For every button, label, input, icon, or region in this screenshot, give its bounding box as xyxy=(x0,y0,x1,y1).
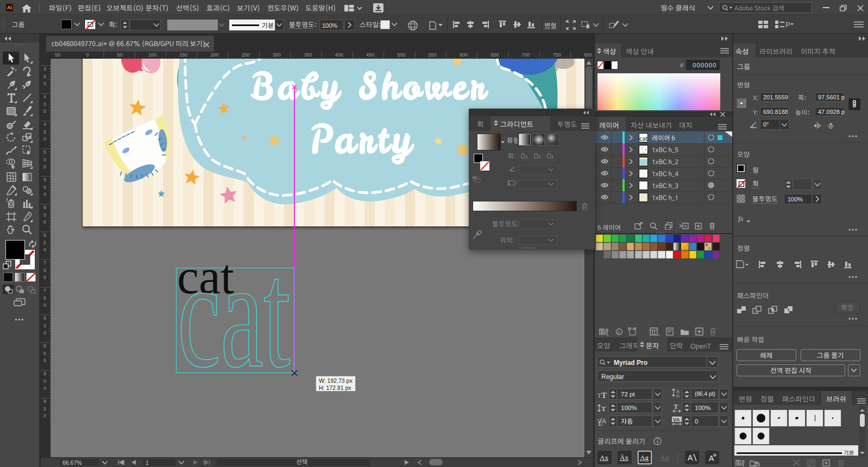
svg-text:A: A xyxy=(602,418,606,425)
svg-text:T: T xyxy=(601,391,607,398)
svg-text:T: T xyxy=(601,405,606,412)
svg-text:A: A xyxy=(676,393,680,397)
svg-text:A: A xyxy=(688,453,693,462)
svg-text:P: P xyxy=(785,21,790,28)
svg-text:c: c xyxy=(618,330,620,335)
svg-text:VA: VA xyxy=(673,416,680,422)
svg-text:T: T xyxy=(674,403,678,411)
svg-text:T: T xyxy=(597,392,601,398)
